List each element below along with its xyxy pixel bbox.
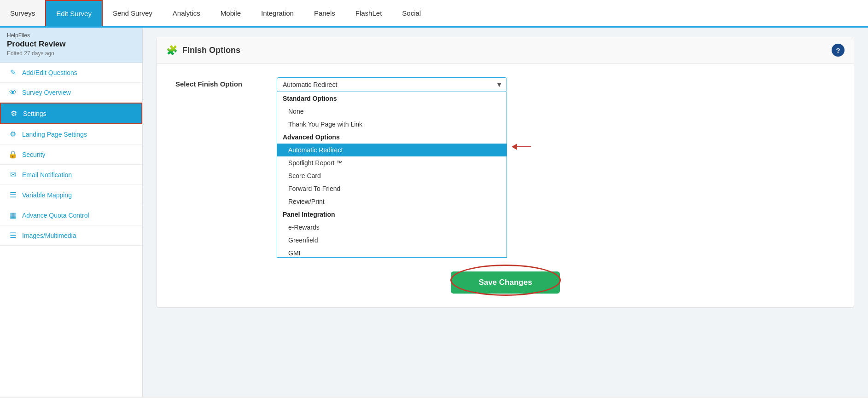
sidebar-item-variable-mapping[interactable]: ☰Variable Mapping [0, 185, 142, 205]
dropdown-option-none[interactable]: None [277, 105, 507, 118]
tab-send-survey[interactable]: Send Survey [103, 0, 163, 26]
sidebar-item-security[interactable]: 🔒Security [0, 144, 142, 165]
dropdown-option-forward-to-friend[interactable]: Forward To Friend [277, 182, 507, 195]
tab-integration[interactable]: Integration [251, 0, 304, 26]
dropdown-group-panel-integration: Panel Integration [277, 208, 507, 221]
sidebar-item-images-multimedia[interactable]: ☰Images/Multimedia [0, 225, 142, 246]
sidebar-item-survey-overview[interactable]: 👁Survey Overview [0, 83, 142, 103]
sidebar-label-survey-overview: Survey Overview [22, 89, 71, 96]
tab-panels[interactable]: Panels [304, 0, 345, 26]
tab-analytics[interactable]: Analytics [163, 0, 210, 26]
sidebar-label-add-edit-questions: Add/Edit Questions [22, 69, 77, 76]
sidebar-label-images-multimedia: Images/Multimedia [22, 232, 76, 239]
sidebar-item-landing-page-settings[interactable]: ⚙Landing Page Settings [0, 124, 142, 144]
sidebar-edited: Edited 27 days ago [7, 50, 135, 57]
dropdown-option-thank-you-page-with-link[interactable]: Thank You Page with Link [277, 118, 507, 131]
tab-social[interactable]: Social [392, 0, 431, 26]
survey-overview-icon: 👁 [8, 88, 17, 97]
dropdown-container: NoneThank You Page with LinkAutomatic Re… [277, 77, 507, 258]
tab-mobile[interactable]: Mobile [210, 0, 251, 26]
arrow-line [517, 146, 531, 147]
finish-option-label: Select Finish Option [175, 77, 268, 88]
dropdown-option-gmi[interactable]: GMI [277, 247, 507, 258]
sidebar-label-landing-page-settings: Landing Page Settings [22, 131, 87, 138]
dropdown-group-standard-options: Standard Options [277, 92, 507, 105]
dropdown-option-spotlight-report-™[interactable]: Spotlight Report ™ [277, 156, 507, 169]
panel-header: 🧩 Finish Options ? [157, 37, 854, 63]
finish-option-row: Select Finish Option NoneThank You Page … [175, 77, 835, 258]
finish-option-select[interactable]: NoneThank You Page with LinkAutomatic Re… [277, 77, 507, 92]
save-changes-button[interactable]: Save Changes [451, 271, 559, 294]
main-layout: HelpFiles Product Review Edited 27 days … [0, 28, 868, 397]
sidebar-item-advance-quota-control[interactable]: ▦Advance Quota Control [0, 205, 142, 225]
dropdown-option-score-card[interactable]: Score Card [277, 169, 507, 182]
arrow-annotation [512, 144, 531, 150]
advance-quota-control-icon: ▦ [8, 211, 17, 219]
top-navigation: SurveysEdit SurveySend SurveyAnalyticsMo… [0, 0, 868, 28]
sidebar-item-add-edit-questions[interactable]: ✎Add/Edit Questions [0, 63, 142, 83]
email-notification-icon: ✉ [8, 170, 17, 179]
sidebar-item-settings[interactable]: ⚙Settings [0, 103, 142, 124]
sidebar-header: HelpFiles Product Review Edited 27 days … [0, 28, 142, 63]
add-edit-questions-icon: ✎ [8, 68, 17, 77]
images-multimedia-icon: ☰ [8, 231, 17, 240]
finish-options-panel: 🧩 Finish Options ? Select Finish Option … [157, 37, 854, 308]
dropdown-option-e-rewards[interactable]: e-Rewards [277, 221, 507, 234]
sidebar-title: Product Review [7, 40, 135, 49]
select-wrapper: NoneThank You Page with LinkAutomatic Re… [277, 77, 507, 92]
sidebar-label-advance-quota-control: Advance Quota Control [22, 212, 89, 219]
sidebar-label-variable-mapping: Variable Mapping [22, 191, 72, 199]
main-content: 🧩 Finish Options ? Select Finish Option … [143, 28, 868, 397]
puzzle-icon: 🧩 [166, 45, 178, 56]
panel-title: Finish Options [182, 46, 240, 55]
security-icon: 🔒 [8, 150, 17, 159]
sidebar: HelpFiles Product Review Edited 27 days … [0, 28, 143, 397]
sidebar-label-settings: Settings [23, 110, 47, 117]
sidebar-label-email-notification: Email Notification [22, 171, 72, 179]
dropdown-option-automatic-redirect[interactable]: Automatic Redirect [277, 144, 507, 156]
sidebar-label-security: Security [22, 151, 46, 158]
sidebar-items-container: ✎Add/Edit Questions👁Survey Overview⚙Sett… [0, 63, 142, 246]
panel-header-left: 🧩 Finish Options [166, 45, 240, 56]
landing-page-settings-icon: ⚙ [8, 130, 17, 138]
tab-edit-survey[interactable]: Edit Survey [45, 0, 103, 26]
arrow-head [512, 144, 517, 150]
sidebar-item-email-notification[interactable]: ✉Email Notification [0, 165, 142, 185]
tab-flashlet[interactable]: FlashLet [345, 0, 392, 26]
variable-mapping-icon: ☰ [8, 190, 17, 199]
tab-surveys[interactable]: Surveys [0, 0, 45, 26]
help-icon[interactable]: ? [832, 44, 845, 57]
panel-body: Select Finish Option NoneThank You Page … [157, 63, 854, 307]
settings-icon: ⚙ [9, 109, 18, 118]
dropdown-option-review/print[interactable]: Review/Print [277, 195, 507, 208]
sidebar-sub-title: HelpFiles [7, 32, 135, 39]
dropdown-option-greenfield[interactable]: Greenfield [277, 234, 507, 247]
dropdown-list: Standard OptionsNoneThank You Page with … [277, 92, 507, 258]
dropdown-group-advanced-options: Advanced Options [277, 131, 507, 144]
save-area: Save Changes [175, 267, 835, 294]
